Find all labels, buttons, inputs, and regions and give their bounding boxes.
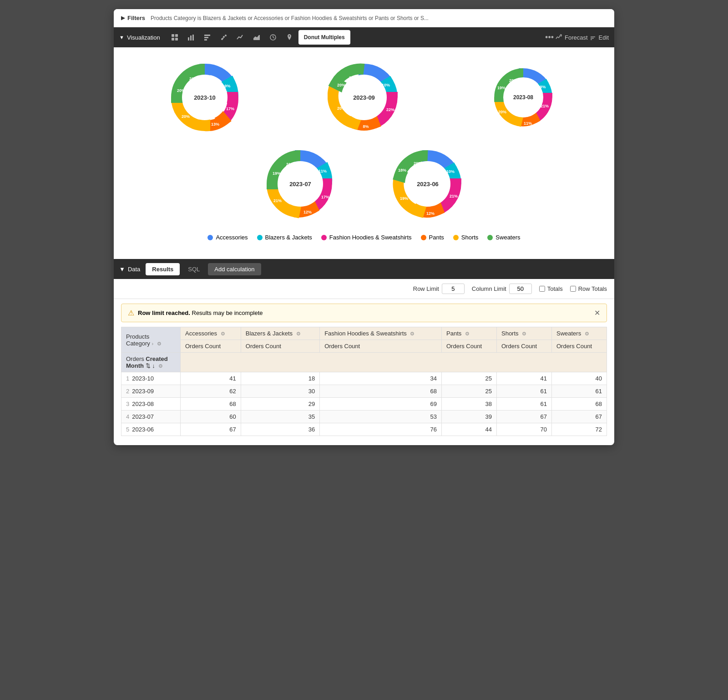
data-toolbar: ▼ Data Results SQL Add calculation — [114, 259, 614, 279]
accessories-gear-icon[interactable]: ⚙ — [221, 331, 225, 337]
svg-rect-7 — [204, 35, 210, 36]
edit-btn[interactable]: Edit — [590, 34, 609, 41]
svg-text:21%: 21% — [541, 104, 549, 108]
row-num-cell: 52023-06 — [121, 423, 181, 436]
legend-dot-sweaters — [487, 235, 493, 240]
svg-text:12%: 12% — [303, 210, 312, 214]
svg-text:10%: 10% — [446, 169, 455, 174]
fashion-hoodies-gear-icon[interactable]: ⚙ — [410, 331, 415, 337]
row-totals-checkbox[interactable] — [570, 286, 576, 292]
legend-pants[interactable]: Pants — [421, 234, 444, 241]
time-icon-btn[interactable] — [266, 30, 280, 45]
row-sort-header[interactable]: Orders CreatedMonth ⇅ ↓ ⚙ — [121, 353, 181, 372]
cell-pants-3: 38 — [442, 398, 497, 411]
cell-shorts-1: 41 — [496, 372, 551, 385]
svg-text:8%: 8% — [363, 124, 369, 129]
cell-pants-5: 44 — [442, 423, 497, 436]
filters-toggle[interactable]: ▶ Filters — [121, 15, 145, 21]
row-totals-checkbox-label[interactable]: Row Totals — [570, 285, 607, 292]
cell-sweaters-2: 61 — [551, 385, 607, 398]
svg-text:19%: 19% — [497, 86, 506, 90]
row-limit-group: Row Limit — [413, 284, 465, 294]
donut-section: 21% 9% 17% 13% 20% 20% 2023-10 — [114, 47, 614, 259]
svg-text:22%: 22% — [386, 107, 394, 112]
donut-multiples-btn[interactable]: Donut Multiples — [298, 30, 350, 45]
table-row: 32023-08 68 29 69 38 61 68 — [121, 398, 607, 411]
legend-shorts[interactable]: Shorts — [453, 234, 479, 241]
cell-accessories-4: 60 — [181, 411, 241, 423]
pivot-expand-icon[interactable]: › — [152, 341, 153, 346]
legend-label-shorts: Shorts — [461, 234, 479, 241]
svg-text:21%: 21% — [286, 162, 294, 167]
sql-tab[interactable]: SQL — [182, 263, 206, 275]
totals-checkbox-label[interactable]: Totals — [539, 285, 563, 292]
cell-pants-4: 39 — [442, 411, 497, 423]
table-row: 42023-07 60 35 53 39 67 67 — [121, 411, 607, 423]
table-icon-btn[interactable] — [167, 30, 182, 45]
controls-row: Row Limit Column Limit Totals Row Totals — [114, 279, 614, 299]
results-tab[interactable]: Results — [146, 263, 180, 275]
map-icon-btn[interactable] — [282, 30, 297, 45]
column-limit-group: Column Limit — [472, 284, 532, 294]
cell-shorts-3: 61 — [496, 398, 551, 411]
svg-text:20%: 20% — [349, 76, 357, 80]
legend-label-fashion-hoodies: Fashion Hoodies & Sweatshirts — [329, 234, 412, 241]
sorted-bar-icon-btn[interactable] — [200, 30, 215, 45]
legend-dot-shorts — [453, 235, 459, 240]
svg-rect-8 — [204, 37, 208, 38]
blazers-gear-icon[interactable]: ⚙ — [296, 331, 301, 337]
cell-shorts-2: 61 — [496, 385, 551, 398]
row-limit-input[interactable] — [442, 284, 465, 294]
totals-checkbox[interactable] — [539, 286, 545, 292]
legend-blazers[interactable]: Blazers & Jackets — [257, 234, 312, 241]
svg-text:20%: 20% — [337, 83, 345, 87]
svg-text:11%: 11% — [524, 121, 532, 126]
svg-text:20%: 20% — [414, 161, 422, 166]
legend-sweaters[interactable]: Sweaters — [487, 234, 520, 241]
filters-text: Products Category is Blazers & Jackets o… — [151, 15, 429, 21]
pivot-header-text: ProductsCategory — [126, 333, 150, 347]
svg-text:18%: 18% — [398, 168, 406, 172]
cell-fashion-2: 68 — [320, 385, 442, 398]
svg-text:11%: 11% — [318, 169, 327, 173]
pants-gear-icon[interactable]: ⚙ — [465, 331, 470, 337]
scatter-icon-btn[interactable] — [217, 30, 231, 45]
filters-label: Filters — [127, 15, 145, 21]
results-table: ProductsCategory › ⚙ Accessories ⚙ Blaze… — [121, 327, 607, 436]
cell-sweaters-1: 40 — [551, 372, 607, 385]
shorts-gear-icon[interactable]: ⚙ — [522, 331, 526, 337]
legend-fashion-hoodies[interactable]: Fashion Hoodies & Sweatshirts — [321, 234, 412, 241]
svg-point-13 — [222, 38, 223, 39]
filters-chevron-icon: ▶ — [121, 15, 125, 21]
line-icon-btn[interactable] — [233, 30, 248, 45]
sweaters-gear-icon[interactable]: ⚙ — [585, 331, 589, 337]
data-toggle[interactable]: ▼ Data — [119, 266, 140, 273]
cell-fashion-3: 69 — [320, 398, 442, 411]
donut-label-2023-08: 2023-08 — [513, 94, 533, 101]
month-gear-icon[interactable]: ⚙ — [158, 363, 163, 369]
donut-label-2023-09: 2023-09 — [353, 94, 375, 101]
column-limit-input[interactable] — [509, 284, 532, 294]
legend-accessories[interactable]: Accessories — [207, 234, 248, 241]
svg-text:20%: 20% — [182, 114, 190, 119]
warning-icon: ⚠ — [128, 309, 134, 317]
viz-toggle[interactable]: ▼ Visualization — [119, 34, 160, 41]
area-icon-btn[interactable] — [249, 30, 264, 45]
sub-header-accessories: Orders Count — [181, 340, 241, 353]
add-calculation-tab[interactable]: Add calculation — [208, 263, 261, 275]
cell-sweaters-4: 67 — [551, 411, 607, 423]
donut-2023-08: 20% 9% 21% 11% 20% 19% 2023-08 — [450, 61, 596, 134]
sub-header-pants: Orders Count — [442, 340, 497, 353]
pivot-gear-icon[interactable]: ⚙ — [157, 341, 162, 347]
toolbar-icons: Donut Multiples ••• Forecast Edit — [167, 30, 609, 45]
donut-multiples-label: Donut Multiples — [304, 34, 345, 41]
more-options-btn[interactable]: ••• — [545, 33, 554, 42]
cell-sweaters-5: 72 — [551, 423, 607, 436]
svg-line-17 — [273, 37, 274, 38]
forecast-btn[interactable]: Forecast — [556, 34, 588, 41]
bar-icon-btn[interactable] — [184, 30, 198, 45]
svg-rect-5 — [190, 36, 192, 41]
warning-close-btn[interactable]: ✕ — [594, 309, 600, 317]
warning-bold-text: Row limit reached. — [138, 309, 190, 316]
svg-rect-4 — [188, 37, 189, 41]
